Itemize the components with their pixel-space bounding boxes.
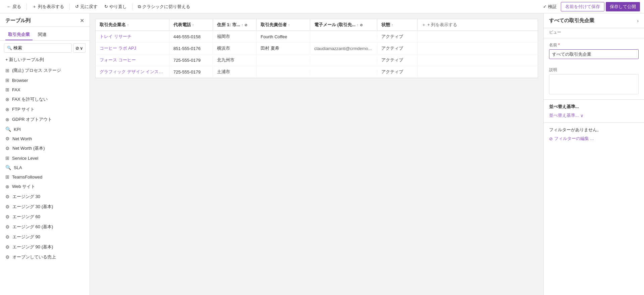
check-icon: ✓	[543, 4, 547, 9]
filter-section: フィルターがありません。 ⊘ フィルターの編集 ...	[544, 122, 644, 146]
currency-icon: ⚙	[5, 214, 10, 219]
undo-label: 元に戻す	[80, 4, 98, 10]
sort-icon: ↑	[192, 23, 194, 27]
table-icon: ⊞	[5, 78, 9, 83]
list-item[interactable]: ⚙ オープンしている売上	[0, 252, 90, 262]
back-label: 戻る	[12, 4, 21, 10]
list-item[interactable]: ⊞ Browser	[0, 76, 90, 85]
center-content: 取引先企業名 ↑ 代表電話 ↑ 住所 1: 市... ↑ ⊘ 取引先責任者	[90, 13, 543, 295]
save-as-button[interactable]: 名前を付けて保存	[561, 2, 604, 11]
cell-city: 土浦市	[213, 66, 257, 78]
undo-button[interactable]: ↺ 元に戻す	[72, 2, 100, 11]
list-item[interactable]: ⊞ FAX	[0, 85, 90, 94]
table-row: コーヒー ラボ APJ 851-555-0176 横浜市 田村 夏希 claud…	[96, 43, 538, 54]
sidebar-list: ⊞ (廃止) プロセス ステージ ⊞ Browser ⊞ FAX ⊗ FAX を…	[0, 64, 90, 295]
list-item[interactable]: ⊞ (廃止) プロセス ステージ	[0, 65, 90, 76]
description-label: 説明	[549, 67, 639, 73]
col-header-status[interactable]: 状態 ↑	[377, 19, 418, 31]
save-as-label: 名前を付けて保存	[565, 4, 600, 9]
add-column-header-button[interactable]: ＋ + 列を表示する	[418, 19, 538, 31]
cell-phone: 725-555-0179	[169, 67, 213, 77]
tab-related[interactable]: 関連	[35, 30, 49, 40]
list-item[interactable]: 🔍 KPI	[0, 125, 90, 134]
col-header-city[interactable]: 住所 1: 市... ↑ ⊘	[213, 19, 257, 31]
sort-icon: ↑	[241, 23, 243, 27]
required-marker: *	[558, 43, 560, 47]
col-header-email[interactable]: 電子メール (取引先... ↑ ⊘	[310, 19, 377, 31]
check-button[interactable]: ✓ 検証	[540, 2, 559, 11]
list-item[interactable]: ⊞ TeamsFollowed	[0, 172, 90, 182]
expand-button[interactable]: ›	[637, 18, 639, 23]
table-row: トレイ リサーチ 446-555-0158 福岡市 Fourth Coffee …	[96, 31, 538, 43]
list-item[interactable]: ⚙ エージング 30 (基本)	[0, 202, 90, 212]
cell-city: 北九州市	[213, 54, 257, 66]
col-header-owner[interactable]: 取引先責任者 ↑	[257, 19, 310, 31]
list-item-sla[interactable]: 🔍 SLA	[0, 163, 90, 172]
list-item[interactable]: ⚙ エージング 60 (基本)	[0, 222, 90, 232]
cell-name[interactable]: コーヒー ラボ APJ	[96, 43, 169, 54]
chevron-down-icon: ∨	[80, 46, 83, 51]
currency-icon: ⚙	[5, 194, 10, 199]
filter-icon: ⊘	[245, 23, 247, 27]
switch-icon: ⧉	[138, 4, 141, 9]
cell-name[interactable]: グラフィック デザイン インスティテュート	[96, 66, 169, 78]
list-item[interactable]: ⚙ エージング 90	[0, 232, 90, 242]
col-header-name[interactable]: 取引先企業名 ↑	[96, 19, 169, 31]
cell-name[interactable]: フォース コーヒー	[96, 54, 169, 66]
search-icon: 🔍	[7, 46, 12, 50]
sidebar-title: テーブル列	[5, 17, 31, 24]
list-item[interactable]: ⊗ FAX を許可しない	[0, 94, 90, 104]
description-textarea[interactable]	[549, 74, 639, 94]
sort-title: 並べ替え基準...	[549, 104, 639, 110]
add-column-button[interactable]: ＋ 列を表示する	[30, 2, 67, 11]
classic-button[interactable]: ⧉ クラシックに切り替える	[135, 2, 193, 11]
list-item-net-worth-basic[interactable]: ⚙ Net Worth (基本)	[0, 143, 90, 153]
list-item[interactable]: ⚙ エージング 90 (基本)	[0, 242, 90, 252]
list-item[interactable]: ⊗ FTP サイト	[0, 104, 90, 114]
filter-button[interactable]: ⊘ ∨	[73, 43, 86, 53]
cell-owner: Fourth Coffee	[257, 32, 310, 42]
search-box[interactable]: 🔍	[4, 43, 72, 53]
top-toolbar: ← 戻る ＋ 列を表示する ↺ 元に戻す ↻ やり直し ⧉ クラシックに切り替え…	[0, 0, 644, 13]
list-item-net-worth[interactable]: ⚙ Net Worth	[0, 134, 90, 143]
filter-icon: ⊘	[75, 46, 79, 51]
list-item[interactable]: ⊗ GDPR オプトアウト	[0, 114, 90, 125]
undo-icon: ↺	[75, 4, 79, 9]
search-icon: 🔍	[5, 165, 11, 170]
add-new-column-button[interactable]: + 新しいテーブル列	[0, 55, 90, 64]
search-icon: 🔍	[5, 127, 11, 132]
separator-2	[69, 3, 70, 10]
add-column-label: + 新しいテーブル列	[5, 57, 44, 63]
list-item-service-level[interactable]: ⊞ Service Level	[0, 153, 90, 163]
data-grid-wrapper: 取引先企業名 ↑ 代表電話 ↑ 住所 1: 市... ↑ ⊘ 取引先責任者	[90, 13, 543, 295]
tab-accounts[interactable]: 取引先企業	[5, 30, 33, 40]
search-input[interactable]	[13, 46, 69, 51]
currency-icon: ⚙	[5, 136, 10, 141]
sort-link[interactable]: 並べ替え基準... ∨	[549, 112, 639, 118]
cell-status: アクティブ	[377, 66, 418, 78]
currency-icon: ⚙	[5, 244, 10, 250]
sidebar-close-button[interactable]: ✕	[80, 17, 84, 24]
toggle-icon: ⊗	[5, 117, 9, 122]
cell-owner	[257, 57, 310, 63]
cell-name[interactable]: トレイ リサーチ	[96, 31, 169, 42]
currency-icon: ⚙	[5, 234, 10, 240]
cell-status: アクティブ	[377, 54, 418, 66]
publish-button[interactable]: 保存して公開	[606, 2, 640, 11]
list-item[interactable]: ⊗ Web サイト	[0, 182, 90, 192]
currency-icon: ⚙	[5, 204, 10, 209]
cell-email	[310, 69, 377, 75]
back-icon: ←	[7, 4, 11, 9]
redo-icon: ↻	[104, 4, 108, 9]
back-button[interactable]: ← 戻る	[4, 2, 24, 11]
list-item[interactable]: ⚙ エージング 30	[0, 192, 90, 202]
sort-section: 並べ替え基準... 並べ替え基準... ∨	[544, 99, 644, 122]
col-header-phone[interactable]: 代表電話 ↑	[169, 19, 213, 31]
name-input[interactable]	[549, 49, 639, 59]
sort-icon: ↑	[391, 23, 393, 27]
redo-button[interactable]: ↻ やり直し	[102, 2, 129, 11]
filter-edit-button[interactable]: ⊘ フィルターの編集 ...	[549, 136, 594, 142]
separator-3	[132, 3, 132, 10]
list-item[interactable]: ⚙ エージング 60	[0, 212, 90, 222]
separator-1	[26, 3, 27, 10]
